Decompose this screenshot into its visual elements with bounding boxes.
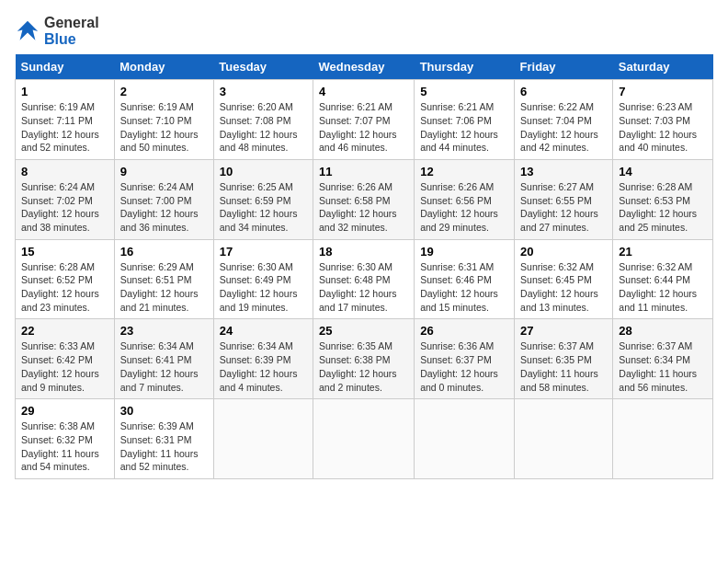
calendar-cell: 27Sunrise: 6:37 AM Sunset: 6:35 PM Dayli… [515, 319, 613, 399]
day-number: 10 [220, 165, 307, 178]
calendar-cell: 19Sunrise: 6:31 AM Sunset: 6:46 PM Dayli… [415, 239, 515, 319]
calendar-cell [515, 399, 613, 479]
calendar-cell: 5Sunrise: 6:21 AM Sunset: 7:06 PM Daylig… [415, 80, 515, 160]
calendar-cell: 23Sunrise: 6:34 AM Sunset: 6:41 PM Dayli… [114, 319, 213, 399]
day-number: 18 [319, 245, 408, 259]
calendar-cell: 2Sunrise: 6:19 AM Sunset: 7:10 PM Daylig… [114, 80, 213, 160]
calendar-week-4: 22Sunrise: 6:33 AM Sunset: 6:42 PM Dayli… [16, 319, 713, 399]
column-header-wednesday: Wednesday [313, 54, 414, 80]
day-number: 30 [120, 404, 208, 418]
day-number: 11 [319, 165, 408, 178]
calendar-cell: 4Sunrise: 6:21 AM Sunset: 7:07 PM Daylig… [313, 80, 414, 160]
day-info: Sunrise: 6:32 AM Sunset: 6:45 PM Dayligh… [520, 260, 607, 315]
logo-icon [15, 18, 40, 44]
day-number: 13 [520, 165, 607, 178]
day-info: Sunrise: 6:28 AM Sunset: 6:53 PM Dayligh… [619, 180, 707, 235]
page-header: General Blue [15, 15, 713, 47]
day-number: 7 [619, 85, 707, 98]
day-info: Sunrise: 6:38 AM Sunset: 6:32 PM Dayligh… [21, 419, 108, 474]
column-header-sunday: Sunday [16, 54, 115, 80]
day-number: 17 [220, 245, 307, 259]
day-info: Sunrise: 6:37 AM Sunset: 6:34 PM Dayligh… [619, 339, 707, 394]
day-info: Sunrise: 6:36 AM Sunset: 6:37 PM Dayligh… [420, 339, 508, 394]
day-info: Sunrise: 6:32 AM Sunset: 6:44 PM Dayligh… [619, 260, 707, 315]
day-info: Sunrise: 6:29 AM Sunset: 6:51 PM Dayligh… [120, 260, 208, 315]
day-info: Sunrise: 6:22 AM Sunset: 7:04 PM Dayligh… [520, 100, 607, 155]
calendar-cell: 25Sunrise: 6:35 AM Sunset: 6:38 PM Dayli… [313, 319, 414, 399]
day-number: 26 [420, 324, 508, 338]
calendar-cell: 26Sunrise: 6:36 AM Sunset: 6:37 PM Dayli… [415, 319, 515, 399]
day-number: 2 [120, 85, 208, 98]
day-info: Sunrise: 6:31 AM Sunset: 6:46 PM Dayligh… [420, 260, 508, 315]
calendar-cell: 17Sunrise: 6:30 AM Sunset: 6:49 PM Dayli… [213, 239, 313, 319]
calendar-cell: 9Sunrise: 6:24 AM Sunset: 7:00 PM Daylig… [114, 159, 213, 239]
day-number: 15 [21, 245, 108, 259]
day-info: Sunrise: 6:33 AM Sunset: 6:42 PM Dayligh… [21, 339, 108, 394]
day-number: 3 [220, 85, 307, 98]
calendar-cell: 16Sunrise: 6:29 AM Sunset: 6:51 PM Dayli… [114, 239, 213, 319]
day-info: Sunrise: 6:35 AM Sunset: 6:38 PM Dayligh… [319, 339, 408, 394]
calendar-week-1: 1Sunrise: 6:19 AM Sunset: 7:11 PM Daylig… [16, 80, 713, 160]
calendar-header-row: SundayMondayTuesdayWednesdayThursdayFrid… [16, 54, 713, 80]
column-header-saturday: Saturday [613, 54, 713, 80]
day-number: 12 [420, 165, 508, 178]
day-info: Sunrise: 6:28 AM Sunset: 6:52 PM Dayligh… [21, 260, 108, 315]
calendar-cell: 10Sunrise: 6:25 AM Sunset: 6:59 PM Dayli… [213, 159, 313, 239]
day-number: 25 [319, 324, 408, 338]
calendar-cell: 1Sunrise: 6:19 AM Sunset: 7:11 PM Daylig… [16, 80, 115, 160]
logo: General Blue [15, 15, 99, 47]
day-number: 29 [21, 404, 108, 418]
day-info: Sunrise: 6:30 AM Sunset: 6:48 PM Dayligh… [319, 260, 408, 315]
calendar-week-2: 8Sunrise: 6:24 AM Sunset: 7:02 PM Daylig… [16, 159, 713, 239]
day-info: Sunrise: 6:27 AM Sunset: 6:55 PM Dayligh… [520, 180, 607, 235]
day-number: 19 [420, 245, 508, 259]
calendar-cell: 14Sunrise: 6:28 AM Sunset: 6:53 PM Dayli… [613, 159, 713, 239]
calendar-cell [213, 399, 313, 479]
calendar-cell: 8Sunrise: 6:24 AM Sunset: 7:02 PM Daylig… [16, 159, 115, 239]
calendar-cell [313, 399, 414, 479]
day-info: Sunrise: 6:26 AM Sunset: 6:58 PM Dayligh… [319, 180, 408, 235]
day-info: Sunrise: 6:21 AM Sunset: 7:07 PM Dayligh… [319, 100, 408, 155]
column-header-thursday: Thursday [415, 54, 515, 80]
day-number: 27 [520, 324, 607, 338]
day-number: 20 [520, 245, 607, 259]
day-number: 22 [21, 324, 108, 338]
day-number: 5 [420, 85, 508, 98]
day-info: Sunrise: 6:24 AM Sunset: 7:02 PM Dayligh… [21, 180, 108, 235]
day-number: 1 [21, 85, 108, 98]
calendar-cell: 13Sunrise: 6:27 AM Sunset: 6:55 PM Dayli… [515, 159, 613, 239]
calendar-cell [415, 399, 515, 479]
day-number: 14 [619, 165, 707, 178]
calendar-cell: 30Sunrise: 6:39 AM Sunset: 6:31 PM Dayli… [114, 399, 213, 479]
day-info: Sunrise: 6:30 AM Sunset: 6:49 PM Dayligh… [220, 260, 307, 315]
calendar-cell [613, 399, 713, 479]
day-info: Sunrise: 6:39 AM Sunset: 6:31 PM Dayligh… [120, 419, 208, 474]
day-info: Sunrise: 6:25 AM Sunset: 6:59 PM Dayligh… [220, 180, 307, 235]
day-number: 23 [120, 324, 208, 338]
day-info: Sunrise: 6:26 AM Sunset: 6:56 PM Dayligh… [420, 180, 508, 235]
column-header-friday: Friday [515, 54, 613, 80]
calendar-cell: 7Sunrise: 6:23 AM Sunset: 7:03 PM Daylig… [613, 80, 713, 160]
day-number: 21 [619, 245, 707, 259]
svg-marker-0 [17, 20, 38, 40]
calendar-week-3: 15Sunrise: 6:28 AM Sunset: 6:52 PM Dayli… [16, 239, 713, 319]
column-header-tuesday: Tuesday [213, 54, 313, 80]
calendar-cell: 18Sunrise: 6:30 AM Sunset: 6:48 PM Dayli… [313, 239, 414, 319]
calendar-cell: 24Sunrise: 6:34 AM Sunset: 6:39 PM Dayli… [213, 319, 313, 399]
day-info: Sunrise: 6:34 AM Sunset: 6:39 PM Dayligh… [220, 339, 307, 394]
day-number: 16 [120, 245, 208, 259]
calendar-cell: 12Sunrise: 6:26 AM Sunset: 6:56 PM Dayli… [415, 159, 515, 239]
logo-text: General Blue [44, 15, 99, 47]
day-number: 4 [319, 85, 408, 98]
day-info: Sunrise: 6:21 AM Sunset: 7:06 PM Dayligh… [420, 100, 508, 155]
day-number: 9 [120, 165, 208, 178]
calendar-cell: 22Sunrise: 6:33 AM Sunset: 6:42 PM Dayli… [16, 319, 115, 399]
column-header-monday: Monday [114, 54, 213, 80]
day-number: 8 [21, 165, 108, 178]
calendar-cell: 6Sunrise: 6:22 AM Sunset: 7:04 PM Daylig… [515, 80, 613, 160]
day-info: Sunrise: 6:19 AM Sunset: 7:11 PM Dayligh… [21, 100, 108, 155]
day-info: Sunrise: 6:37 AM Sunset: 6:35 PM Dayligh… [520, 339, 607, 394]
day-info: Sunrise: 6:19 AM Sunset: 7:10 PM Dayligh… [120, 100, 208, 155]
calendar-table: SundayMondayTuesdayWednesdayThursdayFrid… [15, 54, 713, 479]
day-info: Sunrise: 6:23 AM Sunset: 7:03 PM Dayligh… [619, 100, 707, 155]
